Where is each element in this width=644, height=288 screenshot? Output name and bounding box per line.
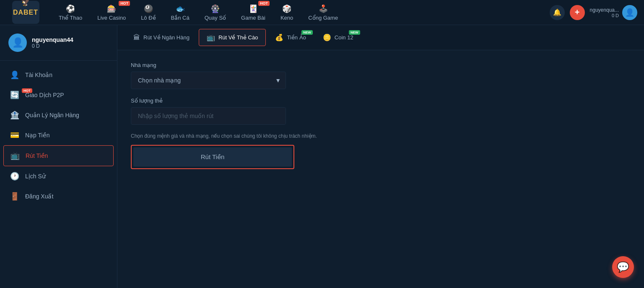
cong-game-icon: 🕹️ <box>319 4 328 13</box>
nav-item-the-thao[interactable]: ⚽Thể Thao <box>53 2 88 23</box>
lich-su-sidebar-label: Lịch Sử <box>25 173 46 180</box>
hot-badge: HOT <box>119 1 130 6</box>
quan-ly-ngan-hang-sidebar-icon: 🏦 <box>10 111 19 120</box>
so-luong-the-label: Số lượng thẻ <box>131 98 631 104</box>
sidebar-item-dang-xuat[interactable]: 🚪Đăng Xuất <box>0 186 117 206</box>
sidebar-item-tai-khoan[interactable]: 👤Tài Khoản <box>0 65 117 85</box>
user-avatar-icon: 👤 <box>622 5 637 20</box>
lich-su-sidebar-icon: 🕐 <box>10 172 19 181</box>
eagle-icon: 🦅 <box>21 0 30 7</box>
ban-ca-label: Bắn Cá <box>171 15 190 21</box>
quay-so-label: Quay Số <box>205 15 226 21</box>
nha-mang-select-wrapper: Chọn nhà mạng Viettel Vinaphone Mobifone… <box>131 72 286 89</box>
sidebar-item-nap-tien[interactable]: 💳Nạp Tiền <box>0 125 117 145</box>
nav-item-ban-ca[interactable]: 🐟Bắn Cá <box>165 2 195 23</box>
logo-text: DABET <box>13 9 38 16</box>
top-navigation: 🦅 DABET ⚽Thể ThaoHOT🎰Live Casino🎱Lô Đề🐟B… <box>0 0 644 25</box>
tai-khoan-sidebar-icon: 👤 <box>10 70 19 80</box>
tab-rut-ve-ngan-hang[interactable]: 🏛Rút Về Ngân Hàng <box>126 30 197 46</box>
quan-ly-ngan-hang-sidebar-label: Quản Lý Ngân Hàng <box>25 112 79 118</box>
user-balance: 0 D <box>612 13 619 18</box>
sidebar-item-rut-tien[interactable]: 📺Rút Tiền <box>3 145 114 166</box>
nap-tien-sidebar-icon: 💳 <box>10 131 19 140</box>
nav-item-lo-de[interactable]: 🎱Lô Đề <box>135 2 161 23</box>
nha-mang-group: Nhà mạng Chọn nhà mạng Viettel Vinaphone… <box>131 62 631 89</box>
tab-tien-ao[interactable]: NEW💰Tiền Ảo <box>267 29 313 46</box>
sidebar-user-balance: 0 D <box>32 43 73 49</box>
tabs-bar: 🏛Rút Về Ngân Hàng📺Rút Về Thẻ CàoNEW💰Tiền… <box>117 25 644 50</box>
so-luong-the-group: Số lượng thẻ <box>131 98 631 125</box>
rut-tien-sidebar-label: Rút Tiền <box>26 152 48 159</box>
tab-rut-ve-the-cao[interactable]: 📺Rút Về Thẻ Cào <box>199 29 266 46</box>
user-info[interactable]: nguyenqua... 0 D 👤 <box>590 5 637 20</box>
sidebar-username: nguyenquan44 <box>32 36 73 43</box>
nap-tien-sidebar-label: Nạp Tiền <box>25 132 49 139</box>
cong-game-label: Cổng Game <box>308 15 338 21</box>
form-area: Nhà mạng Chọn nhà mạng Viettel Vinaphone… <box>117 50 644 181</box>
the-thao-label: Thể Thao <box>59 15 82 21</box>
main-layout: 👤 nguyenquan44 0 D 👤Tài KhoảnHOT🔄Giao Dị… <box>0 25 644 288</box>
nav-right: 🔔 + nguyenqua... 0 D 👤 <box>550 5 637 20</box>
lo-de-label: Lô Đề <box>141 15 156 21</box>
username-text: nguyenqua... <box>590 7 619 13</box>
ban-ca-icon: 🐟 <box>176 4 185 13</box>
submit-wrapper: Rút Tiền <box>131 145 294 169</box>
hot-badge: HOT <box>258 1 270 6</box>
coin-12-tab-icon: 🪙 <box>323 33 331 41</box>
new-badge: NEW <box>301 30 313 35</box>
sidebar-item-lich-su[interactable]: 🕐Lịch Sử <box>0 166 117 186</box>
keno-label: Keno <box>280 15 293 21</box>
keno-icon: 🎲 <box>282 4 291 13</box>
tab-coin-12[interactable]: NEW🪙Coin 12 <box>315 29 361 46</box>
sidebar-hot-badge: HOT <box>22 88 32 93</box>
coin-12-tab-label: Coin 12 <box>335 34 353 41</box>
rut-ve-ngan-hang-tab-icon: 🏛 <box>133 34 140 41</box>
main-content: 🏛Rút Về Ngân Hàng📺Rút Về Thẻ CàoNEW💰Tiền… <box>117 25 644 288</box>
rut-ve-the-cao-tab-icon: 📺 <box>207 33 215 41</box>
sidebar-item-giao-dich-p2p[interactable]: HOT🔄Giao Dịch P2P <box>0 85 117 105</box>
nav-item-cong-game[interactable]: 🕹️Cổng Game <box>302 2 344 23</box>
sidebar-items-container: 👤Tài KhoảnHOT🔄Giao Dịch P2P🏦Quản Lý Ngân… <box>0 65 117 206</box>
dang-xuat-sidebar-icon: 🚪 <box>10 192 19 201</box>
live-casino-icon: 🎰 <box>107 4 116 13</box>
sidebar-profile: 👤 nguyenquan44 0 D <box>0 33 117 61</box>
nav-item-keno[interactable]: 🎲Keno <box>275 2 299 23</box>
tien-ao-tab-icon: 💰 <box>275 33 283 41</box>
new-badge: NEW <box>349 30 360 35</box>
dang-xuat-sidebar-label: Đăng Xuất <box>25 193 53 200</box>
sidebar: 👤 nguyenquan44 0 D 👤Tài KhoảnHOT🔄Giao Dị… <box>0 25 117 288</box>
live-casino-label: Live Casino <box>97 15 126 21</box>
giao-dich-p2p-sidebar-icon: 🔄 <box>10 90 19 100</box>
logo[interactable]: 🦅 DABET <box>7 1 44 24</box>
nav-item-quay-so[interactable]: 🎡Quay Số <box>199 2 232 23</box>
game-bai-label: Game Bài <box>241 15 265 21</box>
tien-ao-tab-label: Tiền Ảo <box>287 34 306 41</box>
rut-ve-the-cao-tab-label: Rút Về Thẻ Cào <box>218 34 258 41</box>
nav-items: ⚽Thể ThaoHOT🎰Live Casino🎱Lô Đề🐟Bắn Cá🎡Qu… <box>53 2 550 23</box>
tai-khoan-sidebar-label: Tài Khoản <box>25 72 52 78</box>
so-luong-the-input[interactable] <box>131 107 286 125</box>
quay-so-icon: 🎡 <box>210 4 220 13</box>
lo-de-icon: 🎱 <box>144 4 153 13</box>
chat-button[interactable]: 💬 <box>612 256 634 278</box>
nha-mang-select[interactable]: Chọn nhà mạng Viettel Vinaphone Mobifone <box>131 72 286 89</box>
the-thao-icon: ⚽ <box>66 4 75 13</box>
submit-button[interactable]: Rút Tiền <box>133 147 292 167</box>
notification-button[interactable]: 🔔 <box>550 5 565 20</box>
sidebar-item-quan-ly-ngan-hang[interactable]: 🏦Quản Lý Ngân Hàng <box>0 105 117 125</box>
nav-item-live-casino[interactable]: HOT🎰Live Casino <box>91 2 132 23</box>
nav-item-game-bai[interactable]: HOT🃏Game Bài <box>235 2 271 23</box>
nha-mang-label: Nhà mạng <box>131 62 631 68</box>
sidebar-avatar-icon: 👤 <box>8 33 27 52</box>
rut-tien-sidebar-icon: 📺 <box>10 151 20 160</box>
game-bai-icon: 🃏 <box>249 4 258 13</box>
form-note: Chọn đúng mệnh giá và nhà mạng, nếu chọn… <box>131 133 631 139</box>
rut-ve-ngan-hang-tab-label: Rút Về Ngân Hàng <box>143 34 190 41</box>
add-button[interactable]: + <box>570 5 585 20</box>
